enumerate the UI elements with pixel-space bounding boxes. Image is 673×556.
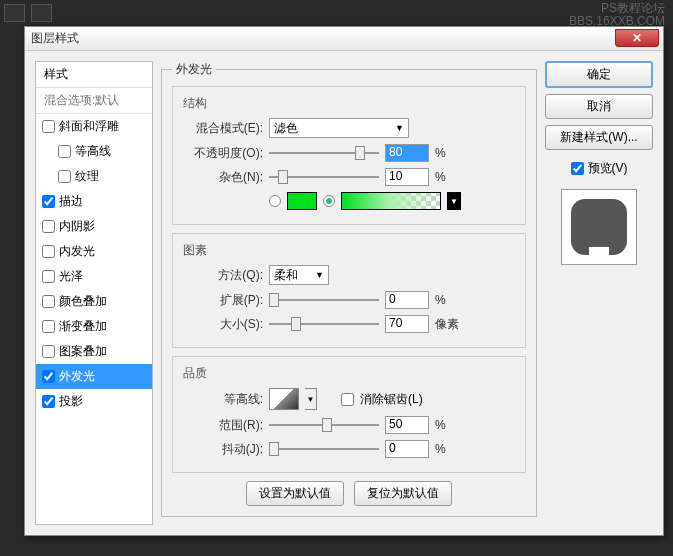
gradient-radio[interactable]: [323, 195, 335, 207]
gradient-swatch[interactable]: [341, 192, 441, 210]
style-item-label: 颜色叠加: [59, 293, 107, 310]
size-input[interactable]: 70: [385, 315, 429, 333]
style-item[interactable]: 内发光: [36, 239, 152, 264]
noise-label: 杂色(N):: [183, 169, 263, 186]
style-checkbox[interactable]: [42, 395, 55, 408]
contour-picker[interactable]: [269, 388, 299, 410]
noise-slider[interactable]: [269, 168, 379, 186]
structure-title: 结构: [183, 95, 515, 112]
style-checkbox[interactable]: [42, 120, 55, 133]
style-item-label: 斜面和浮雕: [59, 118, 119, 135]
style-item[interactable]: 纹理: [36, 164, 152, 189]
blend-mode-dropdown[interactable]: 滤色▼: [269, 118, 409, 138]
quality-title: 品质: [183, 365, 515, 382]
solid-color-radio[interactable]: [269, 195, 281, 207]
reset-default-button[interactable]: 复位为默认值: [354, 481, 452, 506]
contour-dropdown-icon[interactable]: ▼: [305, 388, 317, 410]
blend-mode-label: 混合模式(E):: [183, 120, 263, 137]
structure-group: 结构 混合模式(E): 滤色▼ 不透明度(O): 80 % 杂色: [172, 86, 526, 225]
style-item-label: 光泽: [59, 268, 83, 285]
opacity-label: 不透明度(O):: [183, 145, 263, 162]
style-item-label: 描边: [59, 193, 83, 210]
style-item[interactable]: 外发光: [36, 364, 152, 389]
style-item-label: 投影: [59, 393, 83, 410]
opacity-slider[interactable]: [269, 144, 379, 162]
style-item-label: 内发光: [59, 243, 95, 260]
elements-group: 图素 方法(Q): 柔和▼ 扩展(P): 0 % 大小(S):: [172, 233, 526, 348]
gradient-dropdown-icon[interactable]: ▼: [447, 192, 461, 210]
style-item[interactable]: 描边: [36, 189, 152, 214]
technique-label: 方法(Q):: [183, 267, 263, 284]
make-default-button[interactable]: 设置为默认值: [246, 481, 344, 506]
new-style-button[interactable]: 新建样式(W)...: [545, 125, 653, 150]
style-item-label: 纹理: [75, 168, 99, 185]
ok-button[interactable]: 确定: [545, 61, 653, 88]
chevron-down-icon: ▼: [395, 123, 404, 133]
layer-style-dialog: 图层样式 ✕ 样式 混合选项:默认 斜面和浮雕等高线纹理描边内阴影内发光光泽颜色…: [24, 26, 664, 536]
quality-group: 品质 等高线: ▼ 消除锯齿(L) 范围(R): 50 %: [172, 356, 526, 473]
preview-checkbox[interactable]: [571, 162, 584, 175]
size-label: 大小(S):: [183, 316, 263, 333]
close-button[interactable]: ✕: [615, 29, 659, 47]
titlebar[interactable]: 图层样式 ✕: [25, 27, 663, 51]
antialias-label: 消除锯齿(L): [360, 391, 423, 408]
style-item-label: 内阴影: [59, 218, 95, 235]
blending-options[interactable]: 混合选项:默认: [36, 88, 152, 114]
style-item[interactable]: 光泽: [36, 264, 152, 289]
style-checkbox[interactable]: [58, 170, 71, 183]
preview-thumbnail: [561, 189, 637, 265]
watermark: PS教程论坛 BBS.16XXB.COM: [569, 2, 665, 28]
outer-glow-legend: 外发光: [172, 61, 216, 78]
style-checkbox[interactable]: [42, 220, 55, 233]
preview-label: 预览(V): [588, 160, 628, 177]
style-checkbox[interactable]: [42, 320, 55, 333]
style-item-label: 外发光: [59, 368, 95, 385]
bg-button: [4, 4, 25, 22]
style-checkbox[interactable]: [42, 270, 55, 283]
style-item-label: 图案叠加: [59, 343, 107, 360]
style-checkbox[interactable]: [42, 295, 55, 308]
styles-panel: 样式 混合选项:默认 斜面和浮雕等高线纹理描边内阴影内发光光泽颜色叠加渐变叠加图…: [35, 61, 153, 525]
right-panel: 确定 取消 新建样式(W)... 预览(V): [545, 61, 653, 525]
range-slider[interactable]: [269, 416, 379, 434]
spread-slider[interactable]: [269, 291, 379, 309]
chevron-down-icon: ▼: [315, 270, 324, 280]
style-item[interactable]: 等高线: [36, 139, 152, 164]
style-item[interactable]: 颜色叠加: [36, 289, 152, 314]
style-item[interactable]: 渐变叠加: [36, 314, 152, 339]
jitter-label: 抖动(J):: [183, 441, 263, 458]
noise-input[interactable]: 10: [385, 168, 429, 186]
styles-header[interactable]: 样式: [36, 62, 152, 88]
style-checkbox[interactable]: [42, 195, 55, 208]
style-item[interactable]: 投影: [36, 389, 152, 414]
outer-glow-fieldset: 外发光 结构 混合模式(E): 滤色▼ 不透明度(O): 80 %: [161, 61, 537, 517]
style-item[interactable]: 图案叠加: [36, 339, 152, 364]
style-item[interactable]: 内阴影: [36, 214, 152, 239]
range-input[interactable]: 50: [385, 416, 429, 434]
size-slider[interactable]: [269, 315, 379, 333]
style-item-label: 等高线: [75, 143, 111, 160]
contour-label: 等高线:: [183, 391, 263, 408]
close-icon: ✕: [632, 31, 642, 45]
cancel-button[interactable]: 取消: [545, 94, 653, 119]
style-checkbox[interactable]: [42, 245, 55, 258]
opacity-input[interactable]: 80: [385, 144, 429, 162]
bg-button: [31, 4, 52, 22]
technique-dropdown[interactable]: 柔和▼: [269, 265, 329, 285]
range-label: 范围(R):: [183, 417, 263, 434]
style-checkbox[interactable]: [42, 370, 55, 383]
spread-label: 扩展(P):: [183, 292, 263, 309]
jitter-slider[interactable]: [269, 440, 379, 458]
jitter-input[interactable]: 0: [385, 440, 429, 458]
dialog-title: 图层样式: [31, 30, 79, 47]
style-item-label: 渐变叠加: [59, 318, 107, 335]
background-toolbar: [0, 0, 56, 26]
elements-title: 图素: [183, 242, 515, 259]
antialias-checkbox[interactable]: [341, 393, 354, 406]
preview-shape: [571, 199, 627, 255]
style-item[interactable]: 斜面和浮雕: [36, 114, 152, 139]
spread-input[interactable]: 0: [385, 291, 429, 309]
solid-color-swatch[interactable]: [287, 192, 317, 210]
style-checkbox[interactable]: [42, 345, 55, 358]
style-checkbox[interactable]: [58, 145, 71, 158]
